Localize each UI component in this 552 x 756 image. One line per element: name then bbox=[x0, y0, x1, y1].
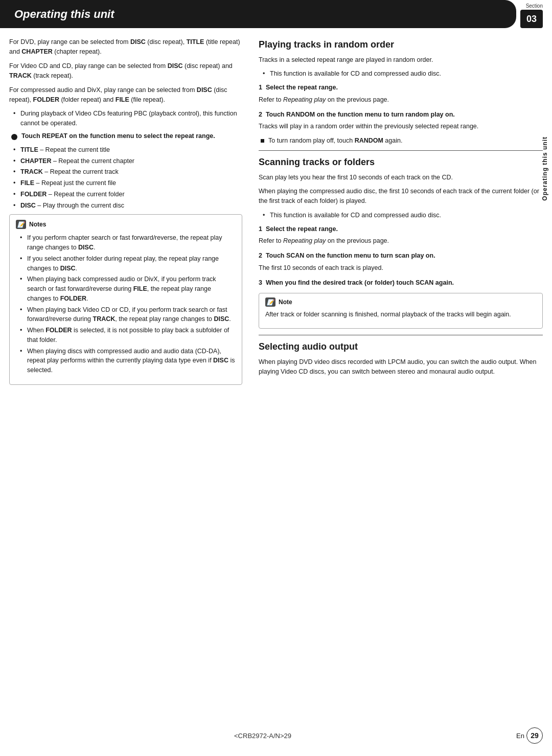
scanning-note-box: 📝 Note After track or folder scanning is… bbox=[259, 293, 543, 328]
page-title: Operating this unit bbox=[14, 8, 114, 21]
scanning-step-1-detail: Refer to Repeating play on the previous … bbox=[259, 236, 543, 246]
random-step-1-detail: Refer to Repeating play on the previous … bbox=[259, 95, 543, 105]
repeat-item-chapter: CHAPTER – Repeat the current chapter bbox=[13, 156, 242, 166]
audio-heading: Selecting audio output bbox=[259, 341, 543, 352]
intro-para-1: For DVD, play range can be selected from… bbox=[9, 37, 242, 57]
title-bold: TITLE bbox=[187, 38, 204, 45]
random-step-2: 2 Touch RANDOM on the function menu to t… bbox=[259, 110, 543, 132]
scanning-note-label: Note bbox=[279, 299, 292, 306]
touch-repeat-bold: Touch REPEAT on the function menu to sel… bbox=[21, 132, 215, 140]
notes-list: If you perform chapter search or fast fo… bbox=[20, 233, 236, 375]
scanning-intro-1: Scan play lets you hear the first 10 sec… bbox=[259, 173, 543, 182]
scanning-step-3: 3 When you find the desired track (or fo… bbox=[259, 278, 543, 288]
square-bullet-icon bbox=[261, 139, 264, 143]
audio-section: Selecting audio output When playing DVD … bbox=[259, 341, 543, 377]
random-step-1-heading: 1 Select the repeat range. bbox=[259, 83, 543, 93]
scanning-step-2-detail: The first 10 seconds of each track is pl… bbox=[259, 263, 543, 273]
notes-icon: 📝 bbox=[16, 220, 26, 229]
section-divider-1 bbox=[259, 150, 543, 151]
random-step-1: 1 Select the repeat range. Refer to Repe… bbox=[259, 83, 543, 105]
scanning-available-item: This function is available for CD and co… bbox=[263, 211, 543, 220]
page-container: Operating this unit Section 03 Operating… bbox=[0, 0, 552, 756]
note-item-2: If you select another folder during repe… bbox=[20, 254, 236, 273]
repeat-item-folder: FOLDER – Repeat the current folder bbox=[13, 190, 242, 199]
scanning-note-title: 📝 Note bbox=[265, 297, 536, 307]
notes-icon-letter: 📝 bbox=[17, 221, 25, 228]
scanning-step-2: 2 Touch SCAN on the function menu to tur… bbox=[259, 251, 543, 273]
content-area: For DVD, play range can be selected from… bbox=[0, 37, 552, 391]
disc-bold-1: DISC bbox=[130, 38, 146, 45]
header-title-bar: Operating this unit bbox=[0, 0, 516, 28]
repeat-items-list: TITLE – Repeat the current title CHAPTER… bbox=[13, 145, 242, 211]
footer-en-label: En bbox=[516, 732, 524, 740]
repeat-item-track: TRACK – Repeat the current track bbox=[13, 167, 242, 177]
random-available-item: This function is available for CD and co… bbox=[263, 69, 543, 79]
random-step-2-heading: 2 Touch RANDOM on the function menu to t… bbox=[259, 110, 543, 120]
scanning-heading: Scanning tracks or folders bbox=[259, 157, 543, 168]
notes-label: Notes bbox=[29, 221, 46, 228]
intro-para-3: For compressed audio and DivX, play rang… bbox=[9, 85, 242, 105]
file-bold-1: FILE bbox=[116, 96, 129, 103]
side-label: Operating this unit bbox=[541, 136, 548, 201]
filled-circle-icon bbox=[11, 134, 17, 140]
section-badge-container: Section 03 bbox=[516, 0, 552, 28]
random-heading: Playing tracks in random order bbox=[259, 39, 543, 50]
disc-bold-2: DISC bbox=[168, 62, 183, 70]
note-item-5: When FOLDER is selected, it is not possi… bbox=[20, 326, 236, 345]
chapter-bold: CHAPTER bbox=[21, 48, 52, 55]
video-cd-note-list: During playback of Video CDs featuring P… bbox=[13, 109, 242, 128]
scanning-available-list: This function is available for CD and co… bbox=[263, 211, 543, 220]
repeat-item-file: FILE – Repeat just the current file bbox=[13, 178, 242, 188]
notes-box: 📝 Notes If you perform chapter search or… bbox=[9, 214, 242, 385]
notes-title: 📝 Notes bbox=[16, 220, 236, 229]
right-column: Playing tracks in random order Tracks in… bbox=[255, 37, 543, 391]
repeat-item-title: TITLE – Repeat the current title bbox=[13, 145, 242, 155]
scanning-section: Scanning tracks or folders Scan play let… bbox=[259, 157, 543, 329]
random-intro: Tracks in a selected repeat range are pl… bbox=[259, 55, 543, 65]
section-badge: 03 bbox=[520, 10, 543, 28]
folder-bold-1: FOLDER bbox=[33, 96, 59, 103]
note-icon: 📝 bbox=[265, 297, 275, 307]
random-step-2-detail: Tracks will play in a random order withi… bbox=[259, 122, 543, 131]
random-available-list: This function is available for CD and co… bbox=[263, 69, 543, 79]
footer-right: En 29 bbox=[516, 727, 543, 744]
scanning-note-text: After track or folder scanning is finish… bbox=[265, 310, 536, 319]
note-item-1: If you perform chapter search or fast fo… bbox=[20, 233, 236, 253]
touch-repeat-heading: Touch REPEAT on the function menu to sel… bbox=[11, 132, 242, 140]
random-off-note: To turn random play off, touch RANDOM ag… bbox=[261, 137, 543, 144]
footer-center: <CRB2972-A/N>29 bbox=[234, 732, 291, 740]
note-icon-letter: 📝 bbox=[267, 299, 274, 306]
note-item-3: When playing back compressed audio or Di… bbox=[20, 274, 236, 303]
scanning-step-3-heading: 3 When you find the desired track (or fo… bbox=[259, 278, 543, 288]
random-off-text: To turn random play off, touch RANDOM ag… bbox=[268, 137, 402, 144]
scanning-step-1-heading: 1 Select the repeat range. bbox=[259, 224, 543, 234]
section-divider-2 bbox=[259, 335, 543, 335]
footer-page-number: 29 bbox=[526, 727, 543, 744]
disc-bold-3: DISC bbox=[197, 86, 212, 94]
header: Operating this unit Section 03 bbox=[0, 0, 552, 28]
note-item-6: When playing discs with compressed audio… bbox=[20, 347, 236, 375]
repeat-item-disc: DISC – Play through the current disc bbox=[13, 201, 242, 211]
footer: <CRB2972-A/N>29 En 29 bbox=[0, 727, 552, 744]
side-label-container: Operating this unit bbox=[538, 82, 552, 256]
video-cd-note-item: During playback of Video CDs featuring P… bbox=[13, 109, 242, 128]
audio-intro: When playing DVD video discs recorded wi… bbox=[259, 357, 543, 377]
random-section: Playing tracks in random order Tracks in… bbox=[259, 39, 543, 144]
note-item-4: When playing back Video CD or CD, if you… bbox=[20, 305, 236, 325]
scanning-step-1: 1 Select the repeat range. Refer to Repe… bbox=[259, 224, 543, 246]
left-column: For DVD, play range can be selected from… bbox=[9, 37, 255, 391]
section-label: Section bbox=[526, 3, 543, 9]
track-bold-1: TRACK bbox=[9, 72, 32, 79]
scanning-intro-2: When playing the compressed audio disc, … bbox=[259, 187, 543, 207]
scanning-step-2-heading: 2 Touch SCAN on the function menu to tur… bbox=[259, 251, 543, 261]
touch-repeat-text: Touch REPEAT on the function menu to sel… bbox=[21, 132, 215, 140]
intro-para-2: For Video CD and CD, play range can be s… bbox=[9, 61, 242, 81]
